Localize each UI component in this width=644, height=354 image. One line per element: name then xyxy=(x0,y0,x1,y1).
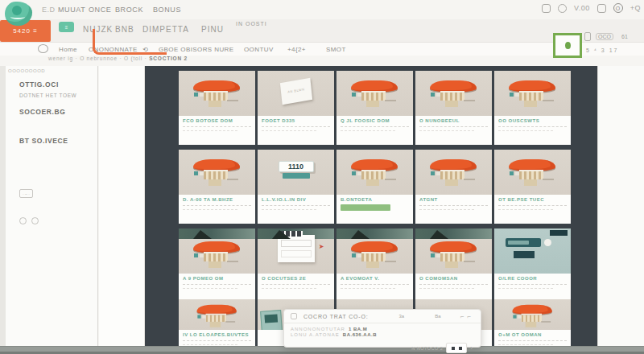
tab-2[interactable]: BNB xyxy=(115,25,134,34)
ribbon-item-6[interactable]: SMOT xyxy=(326,46,346,53)
card-title: L.L.V.IO.L.IN DIV xyxy=(262,197,330,202)
undo-icon[interactable]: ⟲ xyxy=(142,46,148,53)
template-card[interactable]: O/LRE COOOR xyxy=(494,228,571,303)
card-caption: O+M OT OOMAN xyxy=(494,330,571,346)
template-card[interactable]: O COMOMSAN xyxy=(415,228,492,303)
ribbon-item-2[interactable]: ONONONNATE xyxy=(89,46,138,53)
shop-awning-illustration xyxy=(192,80,243,109)
shop-awning-illustration xyxy=(349,241,401,270)
sidebar-mini-box[interactable]: · – · xyxy=(19,189,33,198)
grid-view-icon[interactable] xyxy=(19,217,27,224)
pager-buttons[interactable] xyxy=(446,343,467,353)
card-caption: FOOET D335 xyxy=(258,116,334,145)
template-card[interactable]: ➤ O COCUTSES 2E xyxy=(258,228,334,303)
template-card[interactable]: IV LO ELOAPES.BUVTES xyxy=(179,299,255,346)
template-card[interactable]: O+M OT OOMAN xyxy=(494,299,571,346)
sidebar-item-3[interactable]: SOCOER.BG xyxy=(19,108,65,116)
menu-item-4[interactable]: BONUS xyxy=(153,6,181,14)
ribbon-item-3[interactable]: GBOE OBISORS NURE xyxy=(159,46,233,53)
ribbon-item-4[interactable]: OONTUV xyxy=(244,46,274,53)
breadcrumb-path: wener ig · O nebrunnoe · O (toll · xyxy=(48,56,149,61)
teal-menu-button[interactable]: ≡ xyxy=(59,22,74,32)
card-thumbnail xyxy=(415,71,492,116)
card-caption: IV LO ELOAPES.BUVTES xyxy=(179,330,255,346)
template-card[interactable]: ATGNT xyxy=(415,150,492,224)
settings-icon[interactable] xyxy=(31,217,39,224)
green-highlight-annotation[interactable] xyxy=(553,33,582,58)
template-card[interactable]: Q JL FOOSIC DOM xyxy=(336,71,413,145)
tab-3[interactable]: DIMPETTA xyxy=(142,25,189,34)
edit-icon[interactable] xyxy=(38,44,48,53)
tab-5[interactable]: IN OOSTI xyxy=(236,21,267,27)
tab-4[interactable]: PINU xyxy=(201,25,224,34)
shop-awning-illustration xyxy=(192,241,243,270)
clipboard-icon[interactable] xyxy=(584,32,591,41)
card-title: OT BE.PSE TUEC xyxy=(498,197,567,202)
menu-item-1[interactable]: MUUAT xyxy=(58,6,85,14)
tab-1[interactable]: NUJZK xyxy=(83,25,113,34)
card-caption: O/LRE COOOR xyxy=(494,274,571,303)
template-card[interactable]: AN BLWN FOOET D335 xyxy=(258,71,334,145)
shop-awning-illustration xyxy=(428,159,480,188)
template-card[interactable]: B.ONTOETA xyxy=(336,150,413,224)
workspace-label: E.D xyxy=(42,6,56,14)
card-caption: A 9 POMEO OM xyxy=(179,274,255,303)
popup-resize-icon[interactable]: ⌐⌐ xyxy=(460,313,474,320)
ribbon-item-5[interactable]: +4{2+ xyxy=(287,46,306,53)
card-title: A EVOMOAT V. xyxy=(341,276,409,281)
breadcrumb: wener ig · O nebrunnoe · O (toll · SCOCT… xyxy=(48,56,188,61)
shop-awning-illustration xyxy=(192,159,243,188)
avatar[interactable]: O xyxy=(613,3,623,13)
shop-awning-illustration xyxy=(507,80,559,109)
popup-col-b: Ba xyxy=(435,314,440,319)
card-green-button[interactable] xyxy=(341,204,390,211)
template-card[interactable]: OT BE.PSE TUEC xyxy=(494,150,571,224)
shop-awning-illustration xyxy=(349,159,401,188)
template-card[interactable]: O NUNOBEEUL xyxy=(415,71,492,145)
card-thumbnail xyxy=(336,150,413,195)
card-title: O COMOMSAN xyxy=(419,276,488,281)
template-card[interactable]: 1110 L.L.V.IO.L.IN DIV xyxy=(258,150,334,224)
card-title: O NUNOBEEUL xyxy=(419,118,488,123)
notifications-icon[interactable] xyxy=(542,4,551,13)
card-thumbnail xyxy=(494,150,571,195)
card-caption: B.ONTOETA xyxy=(336,195,413,224)
card-thumbnail xyxy=(494,71,571,116)
card-title: FCO BOTOSE DOM xyxy=(183,118,251,123)
card-thumbnail xyxy=(336,71,413,116)
card-thumbnail xyxy=(179,299,255,330)
sidebar-item-4[interactable]: BT SO.IVECE xyxy=(19,137,68,145)
search-bar-illustration xyxy=(506,238,541,247)
template-card[interactable]: A 9 POMEO OM xyxy=(179,228,255,303)
menu-item-2[interactable]: ONCE xyxy=(89,6,111,14)
help-icon[interactable] xyxy=(558,4,567,13)
template-card[interactable]: A EVOMOAT V. xyxy=(336,228,413,303)
sidebar-item-2[interactable]: DOTNET HET TOEW xyxy=(19,93,76,98)
detail-popup[interactable]: COCRO TRAT CO-O: 3a Ba ⌐⌐ ANNONONOTUTAR … xyxy=(283,309,481,348)
sidebar-item-1[interactable]: OTTIG.OCI xyxy=(19,80,59,88)
logo-swoosh xyxy=(10,14,25,19)
pager-hint: N NOTOCO 2 xyxy=(411,346,443,351)
sidebar-header: OOOOOOOOD xyxy=(8,68,45,73)
ribbon-toolbar: Home ONONONNATE ⟲ GBOE OBISORS NURE OONT… xyxy=(0,43,644,56)
popup-line1-value: 1 BA.M xyxy=(349,327,367,331)
ribbon-home[interactable]: Home xyxy=(59,46,77,53)
add-button[interactable]: +Q xyxy=(630,4,641,12)
highlighted-tool-icon xyxy=(565,42,571,49)
template-card[interactable]: OO OUSCSWTS xyxy=(494,71,571,145)
card-caption: O NUNOBEEUL xyxy=(415,116,492,145)
popup-pager: N NOTOCO 2 › xyxy=(411,343,473,353)
template-card[interactable]: FCO BOTOSE DOM xyxy=(179,71,255,145)
right-panel xyxy=(597,66,644,346)
popup-col-a: 3a xyxy=(398,314,404,319)
card-thumbnail xyxy=(179,71,255,116)
lock-icon[interactable] xyxy=(597,4,606,13)
teal-card-illustration xyxy=(260,310,283,330)
shop-awning-illustration xyxy=(507,159,559,188)
menu-item-3[interactable]: BROCK xyxy=(115,6,143,14)
pager-next-icon[interactable]: › xyxy=(470,344,473,352)
card-thumbnail: 1110 xyxy=(258,150,334,195)
template-card[interactable]: D. A-00 TA M.BHZE xyxy=(179,150,255,224)
card-title: Q JL FOOSIC DOM xyxy=(341,118,409,123)
card-thumbnail: AN BLWN xyxy=(258,71,334,116)
